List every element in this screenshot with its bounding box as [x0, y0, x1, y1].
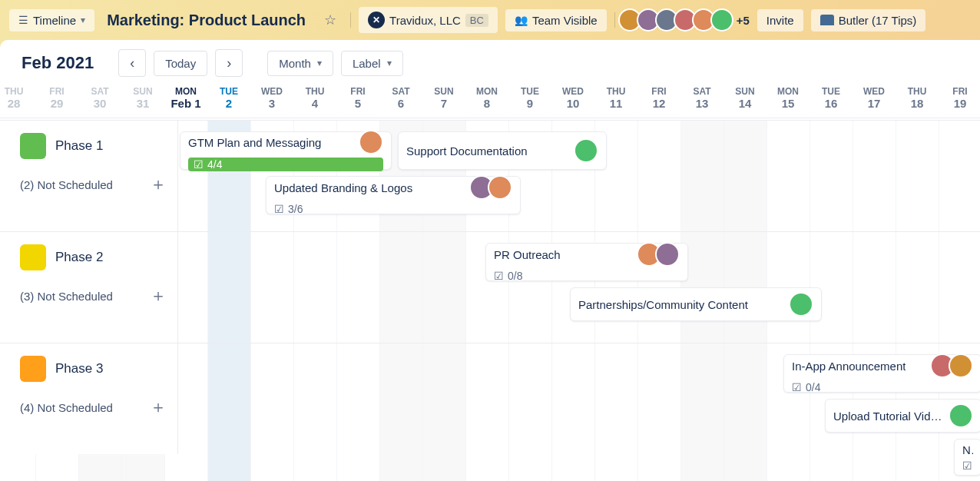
lane-header: Phase 3(4) Not Scheduled＋ [0, 343, 178, 454]
date-column: WED17 [853, 83, 896, 110]
visibility-button[interactable]: 👥 Team Visible [505, 9, 607, 32]
card-avatars [789, 292, 813, 317]
lane-unscheduled[interactable]: (3) Not Scheduled [20, 290, 113, 303]
date-column: SAT13 [680, 83, 723, 110]
date-column: MONFeb 1 [164, 83, 207, 110]
avatar[interactable] [359, 130, 383, 154]
date-column: SAT6 [379, 83, 422, 110]
card-title: GTM Plan and Messaging [188, 136, 321, 149]
prev-button[interactable]: ‹ [118, 49, 146, 77]
lane-color-swatch [20, 356, 46, 382]
lane-title: Phase 3 [55, 361, 103, 377]
timeline-card[interactable]: PR Outreach☑0/8 [485, 243, 688, 281]
timeline-card[interactable]: Upload Tutorial Videos [825, 399, 980, 433]
avatar[interactable] [789, 292, 813, 317]
add-card-button[interactable]: ＋ [150, 284, 167, 307]
lane-color-swatch [20, 244, 46, 270]
divider [614, 12, 615, 28]
timeline-card[interactable]: Updated Branding & Logos☑3/6 [266, 176, 521, 214]
timeline-card[interactable]: Partnerships/Community Content [570, 287, 822, 321]
board-header: ☰ Timeline ▾ Marketing: Product Launch ☆… [0, 0, 980, 40]
date-header: THU28FRI29SAT30SUN31MONFeb 1TUE2WED3THU4… [0, 83, 980, 118]
timeline-grid: Phase 1(2) Not Scheduled＋GTM Plan and Me… [0, 120, 980, 481]
timeline-card[interactable]: Support Documentation [398, 131, 607, 170]
date-column: FRI19 [939, 83, 980, 110]
timeline-card[interactable]: Ne☑ [954, 439, 980, 476]
checklist-badge: ☑3/6 [274, 203, 512, 215]
lane-unscheduled[interactable]: (2) Not Scheduled [20, 178, 113, 191]
card-avatars [930, 353, 973, 378]
view-label: Timeline [33, 14, 76, 27]
next-button[interactable]: › [215, 49, 243, 77]
lane-header: Phase 1(2) Not Scheduled＋ [0, 121, 178, 231]
date-column: SAT30 [78, 83, 121, 110]
avatar[interactable] [574, 138, 598, 163]
date-column: TUE2 [207, 83, 250, 110]
timeline-card[interactable]: GTM Plan and Messaging☑4/4 [180, 131, 392, 170]
date-column: SUN7 [422, 83, 465, 110]
org-logo-icon: ✕ [368, 12, 385, 28]
date-column: TUE9 [508, 83, 551, 110]
card-avatars [637, 242, 680, 267]
invite-button[interactable]: Invite [757, 9, 803, 32]
card-title: Partnerships/Community Content [578, 298, 748, 311]
check-icon: ☑ [494, 270, 504, 282]
group-select[interactable]: Label ▾ [341, 51, 403, 76]
check-icon: ☑ [792, 381, 802, 393]
avatar[interactable] [655, 242, 680, 267]
avatar[interactable] [949, 403, 973, 428]
star-button[interactable]: ☆ [318, 8, 343, 32]
date-column: WED10 [551, 83, 594, 110]
card-title: Upload Tutorial Videos [833, 410, 942, 423]
org-button[interactable]: ✕ Travidux, LLC BC [359, 7, 498, 33]
card-avatars [359, 130, 383, 154]
invite-label: Invite [766, 14, 794, 27]
scale-select[interactable]: Month ▾ [267, 51, 333, 76]
members-overflow[interactable]: +5 [737, 14, 750, 27]
chevron-down-icon: ▾ [387, 58, 392, 68]
timeline-card[interactable]: In-App Announcement☑0/4 [783, 354, 980, 393]
org-badge: BC [465, 14, 488, 27]
period-label: Feb 2021 [22, 53, 94, 73]
member-avatars[interactable]: +5 [623, 8, 750, 32]
date-column: FRI29 [35, 83, 78, 110]
checklist-badge: ☑0/4 [792, 381, 973, 393]
view-switcher-button[interactable]: ☰ Timeline ▾ [9, 9, 94, 32]
chevron-down-icon: ▾ [81, 15, 85, 25]
date-column: THU18 [896, 83, 939, 110]
date-column: THU11 [594, 83, 637, 110]
date-column: SUN31 [121, 83, 164, 110]
date-column: TUE16 [809, 83, 853, 110]
card-title: Ne [962, 443, 973, 456]
add-card-button[interactable]: ＋ [150, 173, 167, 196]
lane: Phase 1(2) Not Scheduled＋GTM Plan and Me… [0, 120, 980, 231]
today-button[interactable]: Today [154, 51, 207, 76]
avatar[interactable] [949, 353, 973, 378]
avatar[interactable] [488, 175, 512, 200]
card-title: PR Outreach [494, 248, 561, 261]
card-title: Updated Branding & Logos [274, 181, 412, 194]
org-name: Travidux, LLC [389, 14, 461, 27]
date-column: SUN14 [723, 83, 766, 110]
butler-button[interactable]: Butler (17 Tips) [811, 9, 926, 32]
timeline-panel: Feb 2021 ‹ Today › Month ▾ Label ▾ THU28… [0, 40, 980, 481]
date-column: FRI12 [637, 83, 680, 110]
people-icon: 👥 [515, 14, 528, 26]
timeline-icon: ☰ [18, 14, 28, 26]
date-column: FRI5 [336, 83, 379, 110]
lane-title: Phase 2 [55, 250, 103, 265]
date-column: THU4 [293, 83, 336, 110]
check-icon: ☑ [274, 203, 284, 215]
lane-title: Phase 1 [55, 138, 103, 154]
checklist-badge: ☑0/8 [494, 270, 680, 282]
date-column: MON8 [465, 83, 508, 110]
check-icon: ☑ [194, 158, 204, 171]
avatar[interactable] [710, 8, 733, 32]
card-title: Support Documentation [406, 144, 528, 158]
date-column: WED3 [250, 83, 293, 110]
lane-header: Phase 2(3) Not Scheduled＋ [0, 232, 178, 343]
add-card-button[interactable]: ＋ [150, 396, 167, 419]
date-column: THU28 [0, 83, 35, 110]
board-title[interactable]: Marketing: Product Launch [102, 12, 310, 29]
lane-unscheduled[interactable]: (4) Not Scheduled [20, 401, 113, 414]
